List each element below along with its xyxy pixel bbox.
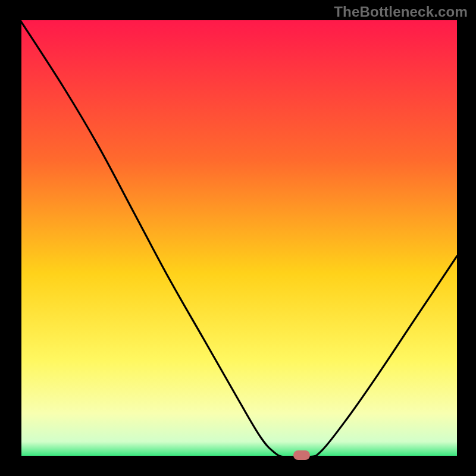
watermark: TheBottleneck.com xyxy=(334,4,468,20)
optimal-marker xyxy=(293,450,310,460)
bottleneck-plot xyxy=(0,0,476,476)
plot-background xyxy=(20,20,457,457)
chart-stage: TheBottleneck.com xyxy=(0,0,476,476)
